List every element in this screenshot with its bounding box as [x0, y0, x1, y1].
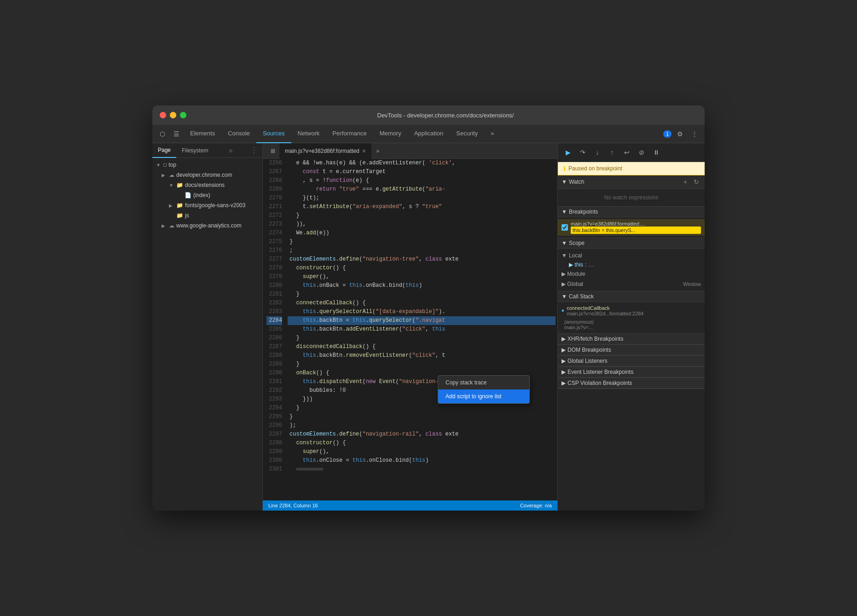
toolbar-right: 1 ⚙ ⋮ [663, 128, 701, 140]
code-line-2268: , s = !function(e) { [288, 176, 556, 185]
tree-item-docsext[interactable]: ▼ 📁 docs/extensions [152, 180, 262, 190]
arrow-top: ▼ [156, 163, 162, 168]
panel-tab-page[interactable]: Page [152, 143, 176, 158]
callstack-item-2[interactable]: (anonymous) main.js?v=... [558, 318, 705, 331]
csp-arrow: ▶ [562, 380, 566, 386]
event-header[interactable]: ▶ Event Listener Breakpoints [558, 367, 705, 378]
watch-add-button[interactable]: + [681, 177, 690, 186]
breakpoints-section-header[interactable]: ▼ Breakpoints [558, 207, 705, 217]
editor-tab-label: main.js?v=e382d86f:formatted [285, 148, 359, 154]
scope-module[interactable]: ▶ Module [558, 269, 705, 279]
sidebar-toggle-icon[interactable]: ⊞ [266, 145, 279, 157]
code-line-2285: this.backBtn.addEventListener("click", t… [288, 325, 556, 334]
tree-item-analytics[interactable]: ▶ ☁ www.google-analytics.com [152, 221, 262, 231]
panel-tab-more[interactable]: » [225, 146, 237, 155]
tree-item-top[interactable]: ▼ □ top [152, 160, 262, 170]
tab-elements[interactable]: Elements [184, 125, 221, 143]
more-options-icon[interactable]: ⋮ [688, 128, 701, 140]
tab-console[interactable]: Console [221, 125, 256, 143]
code-line-2280: this.onBack = this.onBack.bind(this) [288, 281, 556, 290]
minimize-button[interactable] [170, 112, 176, 118]
settings-icon[interactable]: ⚙ [673, 128, 686, 140]
file-icon-index: 📄 [185, 192, 191, 198]
breakpoint-code: this.backBtn = this.queryS... [571, 227, 701, 234]
colon: : [585, 262, 586, 268]
step-into-button[interactable]: ↓ [591, 146, 604, 159]
code-line-2298: constructor() { [288, 439, 556, 447]
tree-item-js[interactable]: 📁 js [152, 210, 262, 221]
csp-label: CSP Violation Breakpoints [567, 380, 632, 386]
context-menu: Copy stack trace Add script to ignore li… [438, 375, 530, 404]
context-menu-copy-stack[interactable]: Copy stack trace [438, 376, 529, 389]
csp-header[interactable]: ▶ CSP Violation Breakpoints [558, 378, 705, 389]
breakpoint-item-1[interactable]: main.js?v=e382d86f:formatted:... this.ba… [558, 219, 705, 236]
tree-label-top: top [168, 162, 176, 168]
panel-tab-filesystem[interactable]: Filesystem [176, 143, 214, 158]
xhr-header[interactable]: ▶ XHR/fetch Breakpoints [558, 334, 705, 344]
cursor-icon[interactable]: ⬡ [156, 128, 169, 140]
editor-tabs: ⊞ main.js?v=e382d86f:formatted × » [263, 143, 557, 159]
callstack-section-header[interactable]: ▼ Call Stack [558, 291, 705, 302]
close-button[interactable] [160, 112, 166, 118]
deactivate-button[interactable]: ⊘ [635, 146, 648, 159]
tree-label-docsext: docs/extensions [185, 182, 225, 188]
step-button[interactable]: ↩ [620, 146, 633, 159]
scope-content: ▼ Local ▶ this : … ▶ Module ▶ Global Win… [558, 249, 705, 291]
tab-application[interactable]: Application [408, 125, 450, 143]
scope-section-header[interactable]: ▼ Scope [558, 238, 705, 249]
tree-item-domain1[interactable]: ▶ ☁ developer.chrome.com [152, 170, 262, 180]
arrow-analytics: ▶ [162, 223, 167, 228]
watch-refresh-button[interactable]: ↻ [692, 177, 701, 186]
dom-header[interactable]: ▶ DOM Breakpoints [558, 345, 705, 355]
breakpoint-checkbox[interactable] [562, 224, 568, 231]
tree-label-index: (index) [193, 192, 210, 198]
pause-exceptions-button[interactable]: ⏸ [650, 146, 663, 159]
scope-this[interactable]: ▶ this : … [558, 261, 705, 269]
code-line-2282: connectedCallback() { [288, 299, 556, 308]
code-area[interactable]: e && !we.has(e) && (e.addEventListener( … [286, 159, 557, 500]
tab-network[interactable]: Network [291, 125, 326, 143]
tab-more[interactable]: » [484, 125, 500, 143]
code-line-2267: const t = e.currentTarget [288, 168, 556, 176]
maximize-button[interactable] [180, 112, 186, 118]
local-arrow: ▼ [562, 252, 567, 259]
folder-icon-fonts: 📁 [176, 202, 183, 209]
code-line-2295: } [288, 413, 556, 421]
debugger-panel: ▶ ↷ ↓ ↑ ↩ ⊘ ⏸ ℹ Paused on breakpoint ▼ W… [557, 143, 705, 511]
code-line-2272: } [288, 211, 556, 220]
tab-more-icon[interactable]: » [371, 145, 384, 157]
global-listeners-header[interactable]: ▶ Global Listeners [558, 356, 705, 366]
file-tree: ▼ □ top ▶ ☁ developer.chrome.com [152, 158, 262, 511]
tab-bar: Elements Console Sources Network Perform… [184, 125, 662, 143]
folder-icon-js: 📁 [176, 212, 183, 219]
tab-memory[interactable]: Memory [373, 125, 408, 143]
dom-arrow: ▶ [562, 347, 566, 353]
context-menu-add-ignore[interactable]: Add script to ignore list [438, 389, 529, 403]
scope-global[interactable]: ▶ Global Window [558, 279, 705, 289]
editor-tab-main[interactable]: main.js?v=e382d86f:formatted × [279, 143, 371, 159]
callstack-dot-1: • [562, 307, 564, 315]
new-group-icon[interactable]: ⋮ [248, 144, 261, 157]
code-line-2269: return "true" === e.getAttribute("aria- [288, 185, 556, 194]
tab-security[interactable]: Security [450, 125, 484, 143]
tree-label-domain1: developer.chrome.com [176, 172, 232, 178]
dock-icon[interactable]: ☰ [170, 128, 183, 140]
devtools-window: DevTools - developer.chrome.com/docs/ext… [152, 105, 705, 511]
callstack-fn-2: (anonymous) main.js?v=... [564, 319, 594, 330]
tree-item-fonts[interactable]: ▶ 📁 fonts/google-sans-v2003 [152, 200, 262, 210]
tree-label-fonts: fonts/google-sans-v2003 [185, 202, 245, 209]
window-title: DevTools - developer.chrome.com/docs/ext… [194, 112, 697, 119]
tab-sources[interactable]: Sources [256, 125, 291, 143]
scope-local[interactable]: ▼ Local [558, 250, 705, 261]
tree-item-index[interactable]: 📄 (index) [152, 190, 262, 200]
step-over-button[interactable]: ↷ [576, 146, 589, 159]
resume-button[interactable]: ▶ [562, 146, 574, 159]
tree-label-js: js [185, 212, 189, 219]
global-listeners-section: ▶ Global Listeners [558, 356, 705, 367]
tab-performance[interactable]: Performance [326, 125, 373, 143]
watch-section-header[interactable]: ▼ Watch + ↻ [558, 175, 705, 189]
editor-tab-close[interactable]: × [362, 147, 366, 155]
step-out-button[interactable]: ↑ [606, 146, 619, 159]
callstack-item-1[interactable]: • connectedCallback main.js?v=e382d...fo… [558, 304, 705, 318]
code-line-2281: } [288, 290, 556, 299]
